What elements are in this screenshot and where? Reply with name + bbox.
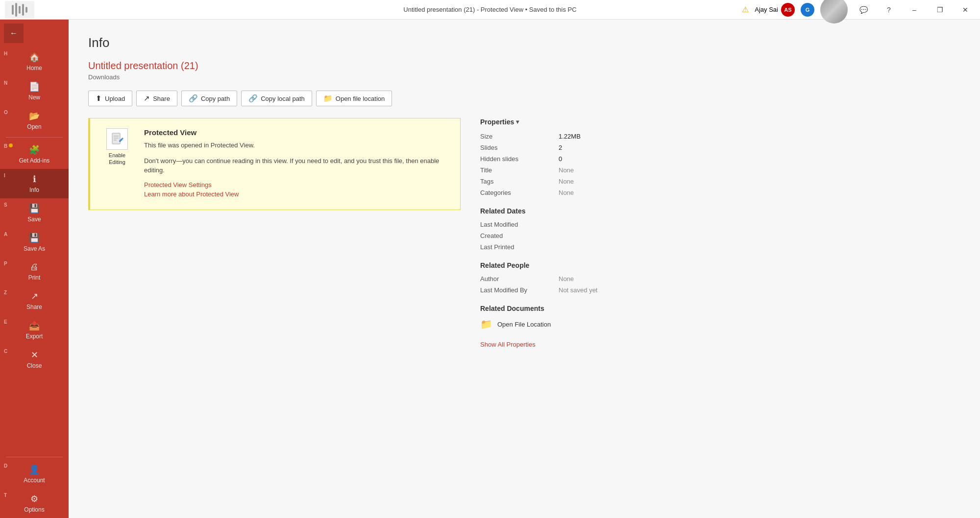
sidebar-letter-save: S [4,202,7,208]
share-label: Share [153,95,170,102]
property-row-categories: Categories None [480,189,666,196]
titlebar-title: Untitled presentation (21) - Protected V… [403,6,576,13]
copy-path-label: Copy path [201,95,230,102]
sidebar-letter-home: H [4,51,7,56]
share-button[interactable]: ↗ Share [136,91,177,106]
sidebar-letter-print: P [4,261,7,266]
upload-icon: ⬆ [96,94,102,103]
sidebar-item-share[interactable]: Z ↗ Share [0,286,69,315]
size-label: Size [480,133,559,140]
sidebar-letter-new: N [4,80,7,86]
sidebar-label-print: Print [28,274,41,281]
title-label: Title [480,166,559,174]
sidebar-label-addins: Get Add-ins [19,157,50,164]
sidebar-label-save: Save [27,216,41,223]
upload-label: Upload [105,95,125,102]
sidebar-label-open: Open [27,123,41,130]
sidebar-letter-info: I [4,173,5,178]
sidebar-item-account[interactable]: D 👤 Account [0,459,69,489]
close-window-button[interactable]: ✕ [956,0,975,20]
open-icon: 📂 [29,111,40,121]
copy-path-button[interactable]: 🔗 Copy path [181,91,237,106]
sidebar-item-new[interactable]: N 📄 New [0,76,69,106]
options-icon: ⚙ [30,494,38,504]
protected-view-title: Protected View [144,128,450,137]
back-icon: ← [10,29,18,38]
maximize-button[interactable]: ❐ [930,0,950,20]
properties-header: Properties ▾ [480,118,666,126]
sidebar-item-export[interactable]: E 📤 Export [0,315,69,345]
protected-view-content: Protected View This file was opened in P… [144,128,450,200]
show-all-properties[interactable]: Show All Properties [480,334,666,349]
property-row-size: Size 1.22MB [480,133,666,140]
sidebar-item-home[interactable]: H 🏠 Home [0,47,69,76]
sidebar-letter-saveas: A [4,232,7,237]
user-avatar-g: G [801,3,814,17]
sidebar-label-close: Close [27,362,42,369]
open-file-location-button[interactable]: 📁 Open file location [316,91,392,106]
enable-editing-button[interactable]: Enable Editing [100,128,134,166]
sidebar-item-open[interactable]: O 📂 Open [0,106,69,135]
copy-local-path-button[interactable]: 🔗 Copy local path [241,91,312,106]
sidebar-item-print[interactable]: P 🖨 Print [0,257,69,286]
sidebar-divider-1 [6,137,63,138]
tags-value: None [559,178,574,185]
sidebar-item-options[interactable]: T ⚙ Options [0,489,69,518]
slides-value: 2 [559,144,562,151]
info-toolbar: ⬆ Upload ↗ Share 🔗 Copy path 🔗 Copy loca… [88,91,960,106]
user-large-avatar [820,0,848,24]
protected-view-desc2: Don't worry—you can continue reading in … [144,156,450,175]
titlebar: Untitled presentation (21) - Protected V… [0,0,980,20]
related-docs-open-file[interactable]: 📁 Open File Location [480,318,666,330]
sidebar-letter-close: C [4,349,7,354]
user-area[interactable]: Ajay Sai AS [755,3,795,17]
sidebar-divider-2 [6,457,63,457]
show-all-link[interactable]: Show All Properties [480,341,536,348]
open-file-location-docs-label: Open File Location [497,321,551,328]
sidebar-label-home: Home [26,65,42,71]
sidebar-item-close[interactable]: C ✕ Close [0,345,69,374]
save-icon: 💾 [29,203,40,214]
learn-more-link[interactable]: Learn more about Protected View [144,190,450,198]
share-icon: ↗ [31,291,38,302]
local-link-icon: 🔗 [248,94,258,103]
hidden-slides-value: 0 [559,155,562,163]
open-file-location-label: Open file location [336,95,385,102]
sidebar-item-save[interactable]: S 💾 Save [0,198,69,228]
enable-editing-label: Enable Editing [100,152,134,166]
folder-icon: 📁 [480,318,492,330]
properties-panel: Properties ▾ Size 1.22MB Slides 2 Hidden… [480,118,666,349]
user-avatar-as: AS [781,3,795,17]
info-icon: ℹ [33,174,36,185]
copy-local-path-label: Copy local path [261,95,305,102]
properties-chevron[interactable]: ▾ [516,118,519,125]
property-row-title: Title None [480,166,666,174]
sidebar-label-info: Info [29,187,39,193]
help-button[interactable]: ? [879,0,899,20]
author-label: Author [480,275,559,283]
addins-dot [9,143,13,147]
sidebar-spacer [0,374,69,455]
sidebar-item-info[interactable]: I ℹ Info [0,169,69,198]
sidebar-item-addins[interactable]: B 🧩 Get Add-ins [0,140,69,169]
protected-view-settings-link[interactable]: Protected View Settings [144,181,450,188]
back-button[interactable]: ← [4,24,24,43]
content-area: Info Untitled presentation (21) Download… [69,20,980,518]
sidebar-label-share: Share [26,304,42,310]
sidebar-label-account: Account [24,477,45,484]
sidebar-item-saveas[interactable]: A 💾 Save As [0,228,69,257]
related-docs-header: Related Documents [480,305,666,312]
content-left: Enable Editing Protected View This file … [88,118,461,349]
sidebar-label-saveas: Save As [24,245,45,252]
account-icon: 👤 [29,464,40,475]
minimize-button[interactable]: – [905,0,924,20]
protected-view-desc1: This file was opened in Protected View. [144,141,450,150]
titlebar-right: ⚠ Ajay Sai AS G 💬 ? – ❐ ✕ [742,0,975,24]
enable-editing-icon [106,128,128,150]
comment-button[interactable]: 💬 [854,0,873,20]
protected-view-box: Enable Editing Protected View This file … [88,118,461,210]
addins-icon: 🧩 [29,144,40,155]
related-people-header: Related People [480,261,666,269]
upload-button[interactable]: ⬆ Upload [88,91,132,106]
property-row-hidden-slides: Hidden slides 0 [480,155,666,163]
